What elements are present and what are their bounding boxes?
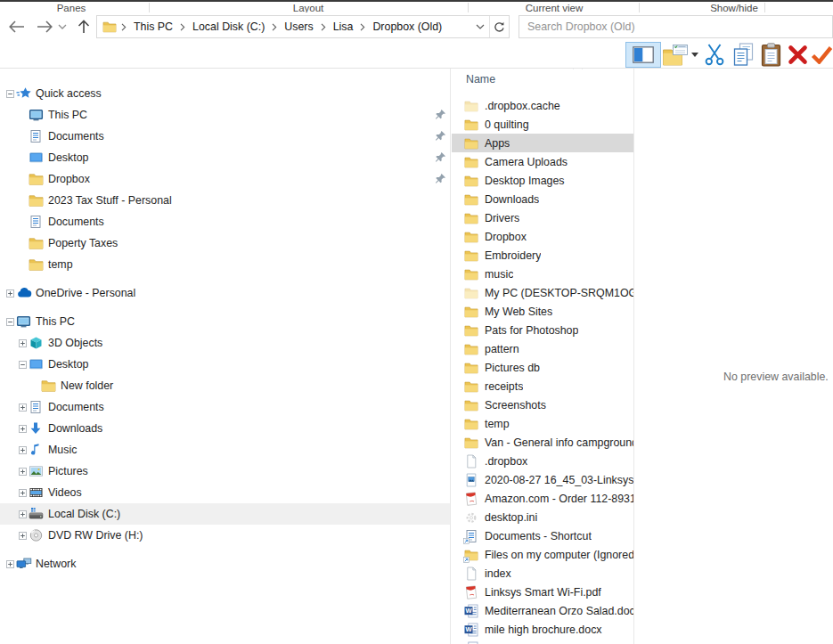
tree-item-documents[interactable]: Documents: [0, 396, 450, 418]
file-item-van-general-info-campgrounds[interactable]: Van - General info campgrounds: [452, 433, 633, 452]
file-item-pats-for-photoshop[interactable]: Pats for Photoshop: [452, 321, 633, 339]
collapse-icon[interactable]: [4, 90, 16, 98]
pin-icon[interactable]: [435, 151, 446, 163]
collapse-icon[interactable]: [16, 361, 29, 369]
file-item-dropbox[interactable]: Dropbox: [452, 227, 633, 246]
tree-item-quick-access[interactable]: Quick access: [0, 83, 450, 104]
expand-icon[interactable]: [16, 489, 29, 497]
file-item-linksys-smart-wi-fi-pdf[interactable]: Linksys Smart Wi-Fi.pdf: [452, 583, 633, 601]
file-item-drivers[interactable]: Drivers: [452, 208, 633, 227]
breadcrumb-item[interactable]: Dropbox (Old): [370, 20, 445, 33]
file-item-screenshots[interactable]: Screenshots: [452, 395, 633, 414]
expand-icon[interactable]: [16, 446, 29, 454]
pin-icon[interactable]: [435, 109, 446, 120]
file-item[interactable]: W: [452, 639, 633, 644]
file-item-label: Dropbox: [478, 231, 527, 243]
search-input[interactable]: [519, 16, 832, 37]
file-item-0-quilting[interactable]: 0 quilting: [452, 115, 633, 134]
tree-item-3d-objects[interactable]: 3D Objects: [0, 332, 450, 354]
tree-item-this-pc[interactable]: This PC: [0, 104, 450, 126]
file-item-camera-uploads[interactable]: Camera Uploads: [452, 152, 633, 171]
tree-item-onedrive-personal[interactable]: OneDrive - Personal: [0, 282, 450, 304]
music-icon: [29, 443, 45, 457]
breadcrumb-chevron-icon[interactable]: [267, 23, 282, 31]
folder-options-button[interactable]: [661, 42, 690, 68]
file-item-documents-shortcut[interactable]: Documents - Shortcut: [452, 526, 633, 545]
breadcrumb-item[interactable]: Users: [282, 20, 315, 33]
file-item-receipts[interactable]: receipts: [452, 377, 633, 395]
expand-icon[interactable]: [4, 560, 16, 568]
expand-icon[interactable]: [16, 404, 29, 412]
tree-item-temp[interactable]: temp: [0, 254, 450, 275]
column-header-name[interactable]: Name: [466, 73, 495, 86]
file-item-label: music: [478, 268, 513, 281]
file-item-embroidery[interactable]: Embroidery: [452, 246, 633, 265]
file-item-dropbox[interactable]: .dropbox: [452, 452, 633, 470]
breadcrumb-chevron-icon[interactable]: [117, 23, 131, 31]
file-item-mediterranean-orzo-salad-docx[interactable]: WMediterranean Orzo Salad.docx: [452, 601, 633, 620]
tree-item-dropbox[interactable]: Dropbox: [0, 168, 450, 190]
tree-item-downloads[interactable]: Downloads: [0, 418, 450, 439]
forward-button[interactable]: [34, 17, 55, 37]
expand-icon[interactable]: [16, 510, 29, 518]
breadcrumb-item[interactable]: This PC: [131, 20, 176, 33]
tree-item-2023-tax-stuff-personal[interactable]: 2023 Tax Stuff - Personal: [0, 190, 450, 211]
preview-pane-button[interactable]: [625, 42, 661, 68]
back-button[interactable]: [5, 17, 27, 37]
file-gear-icon: [464, 510, 478, 525]
tree-item-pictures[interactable]: Pictures: [0, 461, 450, 482]
up-button[interactable]: [73, 17, 94, 37]
file-item-2020-08-27-16-45-03-linksys-sm[interactable]: 2020-08-27 16_45_03-Linksys Sm: [452, 470, 633, 489]
copy-button[interactable]: [731, 42, 755, 68]
expand-icon[interactable]: [16, 425, 29, 433]
file-item-files-on-my-computer-ignored[interactable]: Files on my computer (Ignored: [452, 545, 633, 564]
expand-icon[interactable]: [16, 468, 29, 476]
tree-item-poperty-taxes[interactable]: Poperty Taxes: [0, 232, 450, 254]
cut-button[interactable]: [702, 42, 727, 68]
file-item-temp[interactable]: temp: [452, 414, 633, 433]
file-item-index[interactable]: index: [452, 564, 633, 583]
breadcrumb-item[interactable]: Lisa: [331, 20, 356, 33]
address-bar[interactable]: This PCLocal Disk (C:)UsersLisaDropbox (…: [96, 15, 510, 38]
breadcrumb-chevron-icon[interactable]: [176, 23, 190, 31]
file-item-music[interactable]: music: [452, 265, 633, 283]
expand-icon[interactable]: [4, 289, 16, 298]
tree-item-desktop[interactable]: Desktop: [0, 354, 450, 375]
tree-item-dvd-rw-drive-h[interactable]: DVD RW Drive (H:): [0, 525, 450, 546]
tree-item-this-pc[interactable]: This PC: [0, 311, 450, 332]
tree-item-documents[interactable]: Documents: [0, 126, 450, 147]
tree-item-videos[interactable]: Videos: [0, 482, 450, 503]
file-item-pictures-db[interactable]: Pictures db: [452, 358, 633, 377]
paste-button[interactable]: [758, 42, 783, 68]
file-item-my-web-sites[interactable]: My Web Sites: [452, 302, 633, 321]
file-item-pattern[interactable]: pattern: [452, 339, 633, 358]
expand-icon[interactable]: [16, 532, 29, 540]
file-item-downloads[interactable]: Downloads: [452, 190, 633, 208]
file-item-apps[interactable]: Apps: [452, 134, 633, 152]
refresh-icon[interactable]: [490, 16, 509, 37]
file-item-mile-high-brochure-docx[interactable]: Wmile high brochure.docx: [452, 620, 633, 639]
confirm-button[interactable]: [810, 42, 833, 68]
tree-item-desktop[interactable]: Desktop: [0, 147, 450, 168]
pin-icon[interactable]: [435, 173, 446, 184]
delete-button[interactable]: [786, 42, 810, 68]
breadcrumb-item[interactable]: Local Disk (C:): [190, 20, 267, 33]
breadcrumb-chevron-icon[interactable]: [316, 23, 331, 31]
file-item-amazon-com-order-112-89317[interactable]: Amazon.com - Order 112-89317: [452, 489, 633, 508]
expand-icon[interactable]: [16, 339, 29, 347]
address-dropdown-chevron-icon[interactable]: [470, 16, 489, 37]
recent-locations-chevron-icon[interactable]: [55, 17, 69, 37]
file-item-desktop-images[interactable]: Desktop Images: [452, 171, 633, 190]
tree-item-documents[interactable]: Documents: [0, 211, 450, 232]
folder-options-dropdown-icon[interactable]: [690, 42, 700, 68]
tree-item-music[interactable]: Music: [0, 439, 450, 461]
tree-item-new-folder[interactable]: New folder: [0, 375, 450, 396]
breadcrumb-chevron-icon[interactable]: [355, 23, 370, 31]
tree-item-network[interactable]: Network: [0, 553, 450, 575]
file-item-my-pc-desktop-srqm1og[interactable]: My PC (DESKTOP-SRQM1OG): [452, 283, 633, 302]
collapse-icon[interactable]: [4, 318, 16, 326]
tree-item-local-disk-c[interactable]: Local Disk (C:): [0, 503, 450, 525]
file-item-dropbox-cache[interactable]: .dropbox.cache: [452, 96, 633, 115]
file-item-desktop-ini[interactable]: desktop.ini: [452, 508, 633, 526]
pin-icon[interactable]: [435, 130, 446, 142]
